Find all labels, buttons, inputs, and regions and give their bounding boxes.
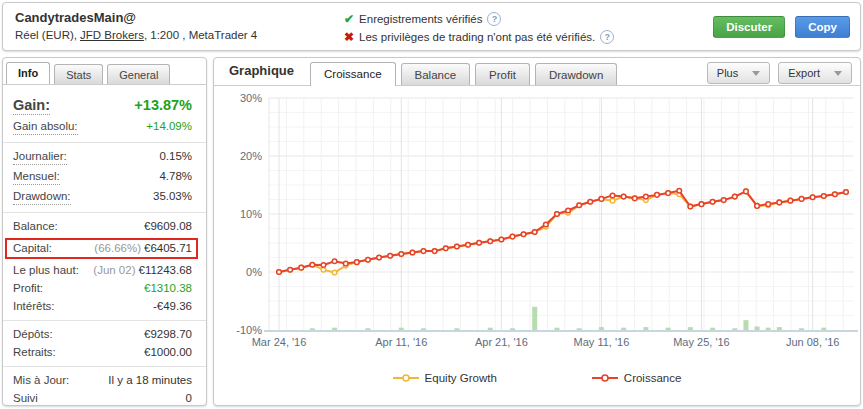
- stat-value: 0.15%: [159, 150, 192, 163]
- stat-label: Balance:: [13, 220, 58, 233]
- stat-value: -€49.36: [153, 300, 192, 313]
- more-dropdown[interactable]: Plus: [707, 62, 770, 84]
- stat-row-capital-highlighted: Capital: (66.66%)€6405.71: [5, 238, 198, 259]
- trading-privileges-line: ✖ Les privilèges de trading n'ont pas ét…: [344, 29, 614, 45]
- growth-chart: 30%20%10%0%-10%Mar 24, '16Apr 11, '16Apr…: [214, 86, 860, 354]
- help-icon[interactable]: ?: [600, 30, 614, 44]
- export-dropdown-label: Export: [788, 67, 820, 79]
- account-header-panel: CandytradesMain@ Réel (EUR),JFD Brokers,…: [2, 2, 861, 51]
- svg-text:Apr 21, '16: Apr 21, '16: [475, 336, 528, 348]
- stat-row-gain: Gain: +13.87%: [13, 97, 192, 115]
- tab-balance[interactable]: Balance: [401, 63, 471, 85]
- divider: [3, 212, 206, 213]
- svg-text:20%: 20%: [240, 150, 262, 162]
- stat-row-deposits: Dépôts: €9298.70: [13, 328, 192, 341]
- chevron-down-icon: [752, 71, 760, 76]
- chevron-down-icon: [834, 71, 842, 76]
- tab-info[interactable]: Info: [6, 62, 50, 84]
- stat-row-abs-gain: Gain absolu: +14.09%: [13, 120, 192, 135]
- stat-row-withdrawals: Retraits: €1000.00: [13, 346, 192, 359]
- account-identity: CandytradesMain@ Réel (EUR),JFD Brokers,…: [15, 10, 257, 41]
- svg-text:0%: 0%: [246, 266, 262, 278]
- stat-value: 35.03%: [153, 190, 192, 203]
- legend-label: Equity Growth: [425, 372, 497, 384]
- stat-row-balance: Balance: €9609.08: [13, 220, 192, 233]
- stat-label: Intérêts:: [13, 300, 55, 313]
- stat-label: Retraits:: [13, 346, 56, 359]
- stat-value: €9609.08: [144, 220, 192, 233]
- svg-text:May 25, '16: May 25, '16: [673, 336, 730, 348]
- croissance-marker-icon: [592, 373, 618, 383]
- copy-button[interactable]: Copy: [795, 16, 850, 38]
- account-subtitle: Réel (EUR),JFD Brokers, 1:200 , MetaTrad…: [15, 29, 257, 41]
- broker-link[interactable]: JFD Brokers: [80, 29, 144, 41]
- cross-icon: ✖: [344, 30, 354, 44]
- more-dropdown-label: Plus: [717, 67, 738, 79]
- divider: [3, 320, 206, 321]
- sidebar-tabbar: Info Stats General: [3, 58, 206, 85]
- stat-label[interactable]: Gain:: [13, 97, 50, 115]
- svg-text:Jun 08, '16: Jun 08, '16: [786, 336, 839, 348]
- account-leverage-platform: , 1:200 , MetaTrader 4: [144, 29, 257, 41]
- legend-label: Croissance: [624, 372, 682, 384]
- svg-text:-10%: -10%: [236, 324, 262, 336]
- account-title: CandytradesMain@: [15, 10, 257, 25]
- stat-row-highest: Le plus haut: (Jun 02)€11243.68: [13, 264, 192, 277]
- tab-profit[interactable]: Profit: [475, 63, 530, 85]
- stat-row-updated: Mis à Jour: Il y a 18 minutes: [13, 374, 192, 387]
- info-sidebar-panel: Info Stats General Gain: +13.87% Gain ab…: [2, 57, 207, 406]
- equity-growth-marker-icon: [393, 373, 419, 383]
- stat-value: 4.78%: [159, 170, 192, 183]
- stat-value: €9298.70: [144, 328, 192, 341]
- stat-label: Capital:: [13, 242, 52, 255]
- track-record-verified-line: ✔ Enregistrements vérifiés ?: [344, 11, 614, 27]
- svg-text:Apr 11, '16: Apr 11, '16: [375, 336, 427, 348]
- stat-label[interactable]: Journalier:: [13, 150, 67, 165]
- capital-percent: (66.66%): [94, 242, 141, 254]
- stat-row-daily: Journalier: 0.15%: [13, 150, 192, 165]
- stat-label: Dépôts:: [13, 328, 53, 341]
- svg-text:Mar 24, '16: Mar 24, '16: [252, 336, 307, 348]
- stat-value: 0: [186, 392, 192, 405]
- header-buttons: Discuter Copy: [713, 16, 850, 38]
- stat-value: (66.66%)€6405.71: [94, 242, 192, 255]
- stat-row-tracking: Suivi 0: [13, 392, 192, 405]
- stat-row-profit: Profit: €1310.38: [13, 282, 192, 295]
- export-dropdown[interactable]: Export: [778, 62, 852, 84]
- stat-value: €1310.38: [144, 282, 192, 295]
- svg-text:30%: 30%: [240, 92, 262, 104]
- chart-panel: Graphique Croissance Balance Profit Draw…: [213, 57, 861, 406]
- tab-croissance[interactable]: Croissance: [310, 62, 396, 86]
- stat-value: Il y a 18 minutes: [108, 374, 192, 387]
- stat-row-monthly: Mensuel: 4.78%: [13, 170, 192, 185]
- tab-drawdown[interactable]: Drawdown: [535, 63, 617, 85]
- legend-item-equity-growth[interactable]: Equity Growth: [393, 372, 497, 384]
- divider: [3, 142, 206, 143]
- stat-value: €1000.00: [144, 346, 192, 359]
- svg-text:10%: 10%: [240, 208, 262, 220]
- account-type: Réel (EUR),: [15, 29, 77, 41]
- divider: [3, 366, 206, 367]
- chart-controls: Plus Export: [707, 62, 852, 84]
- verification-status: ✔ Enregistrements vérifiés ? ✖ Les privi…: [344, 11, 614, 47]
- stat-row-drawdown: Drawdown: 35.03%: [13, 190, 192, 205]
- highest-amount: €11243.68: [138, 264, 192, 276]
- stat-label[interactable]: Mensuel:: [13, 170, 60, 185]
- chart-legend: Equity Growth Croissance: [214, 372, 860, 384]
- trading-privileges-text: Les privilèges de trading n'ont pas été …: [359, 31, 595, 43]
- stat-label[interactable]: Gain absolu:: [13, 120, 78, 135]
- stat-label[interactable]: Drawdown:: [13, 190, 71, 205]
- legend-item-croissance[interactable]: Croissance: [592, 372, 682, 384]
- stat-row-interest: Intérêts: -€49.36: [13, 300, 192, 313]
- stat-label: Mis à Jour:: [13, 374, 69, 387]
- discuss-button[interactable]: Discuter: [713, 16, 785, 38]
- tab-stats[interactable]: Stats: [54, 64, 103, 84]
- help-icon[interactable]: ?: [487, 12, 501, 26]
- stat-label: Le plus haut:: [13, 264, 79, 277]
- sidebar-stats: Gain: +13.87% Gain absolu: +14.09% Journ…: [3, 85, 206, 405]
- svg-text:May 11, '16: May 11, '16: [574, 336, 630, 348]
- chart-panel-title: Graphique: [229, 63, 294, 85]
- highest-date: (Jun 02): [93, 264, 135, 276]
- stat-value: +14.09%: [146, 120, 192, 133]
- tab-general[interactable]: General: [107, 64, 170, 84]
